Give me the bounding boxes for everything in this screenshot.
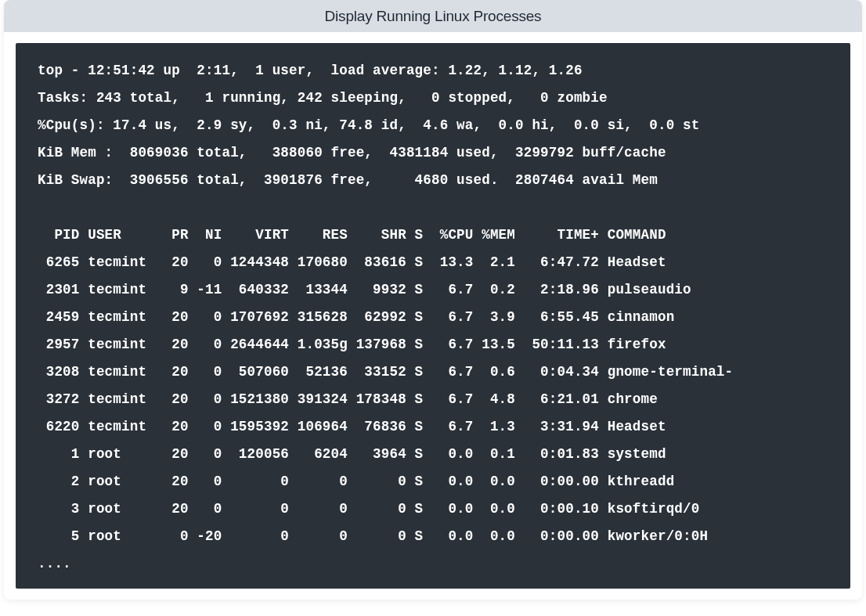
card-header: Display Running Linux Processes	[4, 0, 862, 32]
terminal-scroll-container[interactable]: top - 12:51:42 up 2:11, 1 user, load ave…	[16, 43, 850, 589]
top-cpu-line: %Cpu(s): 17.4 us, 2.9 sy, 0.3 ni, 74.8 i…	[38, 117, 699, 133]
top-swap-line: KiB Swap: 3906556 total, 3901876 free, 4…	[38, 172, 658, 188]
process-rows: 6265 tecmint 20 0 1244348 170680 83616 S…	[38, 254, 733, 544]
top-tasks-line: Tasks: 243 total, 1 running, 242 sleepin…	[38, 90, 608, 106]
process-header-row: PID USER PR NI VIRT RES SHR S %CPU %MEM …	[38, 227, 666, 243]
top-summary-line: top - 12:51:42 up 2:11, 1 user, load ave…	[38, 63, 583, 78]
terminal-output: top - 12:51:42 up 2:11, 1 user, load ave…	[16, 43, 850, 589]
top-mem-line: KiB Mem : 8069036 total, 388060 free, 43…	[38, 145, 666, 160]
card-body: top - 12:51:42 up 2:11, 1 user, load ave…	[4, 32, 862, 600]
card-title: Display Running Linux Processes	[325, 8, 542, 24]
display-card: Display Running Linux Processes top - 12…	[4, 0, 862, 600]
output-ellipsis: ....	[38, 556, 71, 571]
